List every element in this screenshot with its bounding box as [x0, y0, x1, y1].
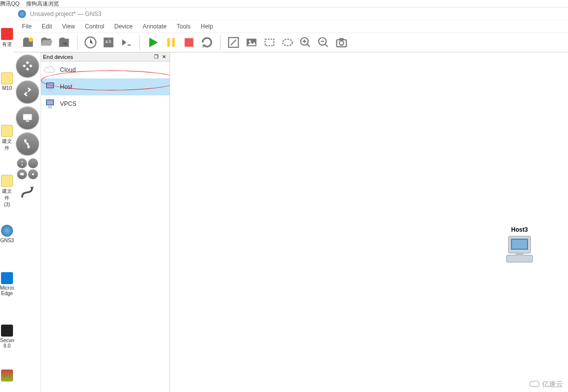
svg-rect-5 — [172, 38, 174, 46]
svg-rect-35 — [516, 253, 524, 256]
panel-float-button[interactable]: ❐ — [152, 53, 160, 60]
pause-button[interactable] — [162, 34, 180, 51]
open-project-button[interactable] — [37, 34, 55, 51]
device-template-vpcs[interactable]: VPCS — [41, 95, 170, 112]
draw-ellipse-button[interactable] — [278, 34, 296, 51]
task-app-sogou[interactable]: 搜狗高速浏览 — [26, 0, 59, 6]
os-taskbar: 腾讯QQ 搜狗高速浏览 — [0, 0, 568, 7]
desktop-left-strip: 有道 M10 建文件 建文件(3) GNS3 MicrosEdge Secure… — [0, 0, 14, 392]
screenshot-button[interactable] — [332, 34, 350, 51]
gns3-app-icon — [18, 10, 26, 18]
mini-router-icon — [17, 158, 27, 168]
svg-rect-26 — [47, 100, 53, 104]
show-names-button[interactable]: a b — [100, 34, 118, 51]
desktop-icon-m10[interactable]: M10 — [0, 72, 14, 91]
svg-rect-16 — [340, 38, 344, 40]
device-category-bar — [14, 52, 41, 392]
all-devices-category-button[interactable] — [16, 158, 39, 179]
svg-rect-6 — [184, 38, 193, 46]
start-button[interactable] — [144, 34, 162, 51]
svg-rect-10 — [265, 39, 274, 46]
node-label: Host3 — [504, 226, 536, 233]
mini-pc-icon — [17, 169, 27, 179]
svg-point-19 — [26, 143, 28, 145]
end-devices-panel-header[interactable]: End devices ❐ ✕ — [41, 52, 170, 61]
end-devices-panel: End devices ❐ ✕ Cloud Host VPCS — [41, 52, 170, 392]
menu-view[interactable]: View — [57, 21, 80, 32]
device-template-cloud[interactable]: Cloud — [41, 61, 170, 78]
draw-rect-button[interactable] — [260, 34, 278, 51]
svg-rect-33 — [512, 240, 527, 249]
mini-switch-icon — [28, 158, 38, 168]
window-title: Unsaved project* — GNS3 — [30, 10, 102, 17]
device-template-label: Cloud — [60, 66, 76, 73]
new-project-button[interactable] — [19, 34, 37, 51]
device-template-label: VPCS — [60, 100, 76, 107]
zoom-in-button[interactable] — [296, 34, 314, 51]
svg-rect-34 — [506, 255, 532, 262]
zoom-out-button[interactable] — [314, 34, 332, 51]
node-host3[interactable]: Host3 — [504, 226, 536, 267]
switches-category-button[interactable] — [16, 80, 39, 103]
annotate-note-button[interactable] — [224, 34, 242, 51]
watermark: 亿速云 — [529, 380, 563, 389]
svg-rect-20 — [20, 173, 24, 175]
svg-point-0 — [28, 37, 33, 42]
host-icon — [43, 80, 57, 94]
menu-help[interactable]: Help — [196, 21, 218, 32]
menu-device[interactable]: Device — [110, 21, 138, 32]
save-project-button[interactable] — [55, 34, 73, 51]
svg-rect-23 — [47, 83, 53, 87]
console-button[interactable] — [118, 34, 136, 51]
panel-title: End devices — [43, 54, 152, 60]
menu-edit[interactable]: Edit — [36, 21, 57, 32]
toolbar: a b — [14, 32, 568, 52]
svg-point-11 — [282, 39, 292, 46]
routers-category-button[interactable] — [16, 54, 39, 77]
add-link-button[interactable] — [18, 182, 38, 202]
desktop-icon-securecrt[interactable]: SecureC8.0 — [0, 325, 14, 349]
svg-point-21 — [32, 173, 34, 175]
title-bar[interactable]: Unsaved project* — GNS3 — [14, 7, 568, 20]
desktop-icon-folder2[interactable]: 建文件(3) — [0, 175, 14, 207]
panel-close-button[interactable]: ✕ — [160, 53, 168, 60]
stop-button[interactable] — [180, 34, 198, 51]
cloud-icon — [43, 63, 57, 77]
svg-rect-17 — [23, 114, 32, 120]
desktop-icon-other[interactable] — [0, 370, 14, 383]
device-template-list[interactable]: Cloud Host VPCS — [41, 61, 170, 392]
svg-rect-4 — [167, 38, 170, 46]
desktop-icon-gns3[interactable]: GNS3 — [0, 225, 14, 243]
vpcs-icon — [43, 97, 57, 111]
menu-control[interactable]: Control — [80, 21, 110, 32]
svg-rect-18 — [26, 120, 29, 121]
snapshot-button[interactable] — [82, 34, 100, 51]
reload-button[interactable] — [198, 34, 216, 51]
menu-bar: File Edit View Control Device Annotate T… — [14, 20, 568, 32]
gns3-window: Unsaved project* — GNS3 File Edit View C… — [14, 7, 568, 392]
desktop-icon-youdao[interactable]: 有道 — [0, 28, 14, 48]
svg-text:a b: a b — [106, 39, 112, 44]
device-template-host[interactable]: Host — [41, 78, 170, 95]
desktop-icon-folder1[interactable]: 建文件 — [0, 125, 14, 152]
svg-point-15 — [340, 41, 344, 45]
svg-point-9 — [249, 40, 251, 42]
menu-tools[interactable]: Tools — [172, 21, 196, 32]
end-devices-category-button[interactable] — [16, 106, 39, 129]
desktop-icon-edge[interactable]: MicrosEdge — [0, 272, 14, 296]
security-devices-category-button[interactable] — [16, 132, 39, 155]
insert-image-button[interactable] — [242, 34, 260, 51]
menu-annotate[interactable]: Annotate — [138, 21, 172, 32]
workspace: End devices ❐ ✕ Cloud Host VPCS — [14, 52, 568, 392]
svg-rect-24 — [48, 89, 52, 91]
mini-fw-icon — [28, 169, 38, 179]
topology-canvas[interactable]: R1 Host3 — [170, 52, 568, 392]
host-icon — [504, 234, 536, 265]
device-template-label: Host — [60, 83, 72, 90]
svg-rect-27 — [48, 106, 52, 108]
menu-file[interactable]: File — [17, 21, 36, 32]
